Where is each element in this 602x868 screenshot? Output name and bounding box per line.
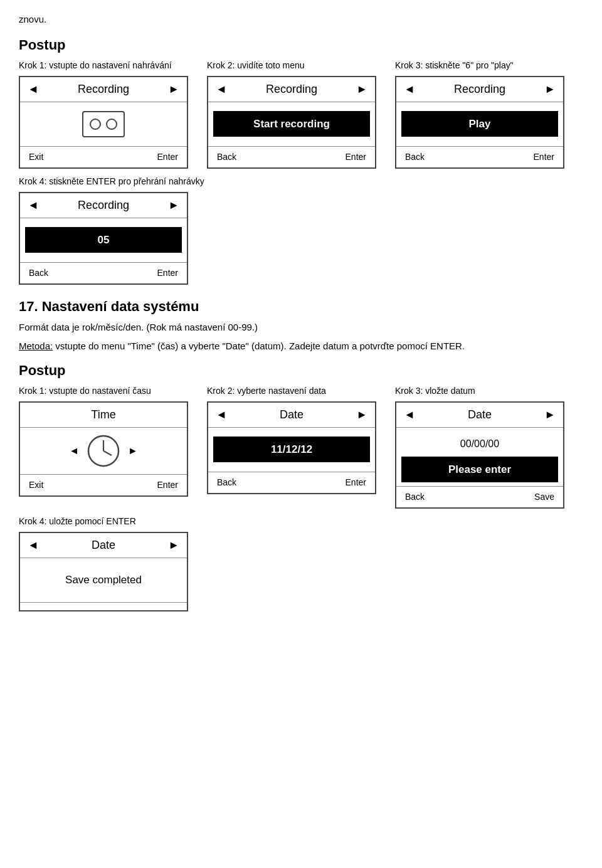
right-arrow-icon: ► <box>168 81 179 98</box>
screen-rec-start-title: Recording <box>266 81 317 98</box>
right-arrow-icon7: ► <box>168 537 179 554</box>
right-arrow-icon5: ► <box>356 406 367 423</box>
step-col-2: Krok 2: uvidíte toto menu ◄ Recording ► … <box>207 59 376 169</box>
s2-step-col-3: Krok 3: vložte datum ◄ Date ► 00/00/00 P… <box>395 384 564 509</box>
step-col-1: Krok 1: vstupte do nastavení nahrávání ◄… <box>19 59 188 169</box>
left-arrow-icon7: ◄ <box>28 537 39 554</box>
please-enter-highlight: Please enter <box>401 457 558 483</box>
step-row-3: Krok 1: vstupte do nastavení času ◄ Time… <box>19 384 583 509</box>
screen-rec-05-title: Recording <box>78 197 129 214</box>
screen-rec-start-body: Start recording <box>208 102 375 146</box>
screen-time-exit: ◄ Time ► ◄ ► Exit Enter <box>19 401 188 497</box>
screen-rec-exit: ◄ Recording ► Exit Enter <box>19 76 188 169</box>
footer-back2: Back <box>217 151 236 164</box>
clock-left-arrow: ◄ <box>69 443 79 458</box>
footer-enter3: Enter <box>534 151 554 164</box>
left-arrow-icon6: ◄ <box>404 406 415 423</box>
s2-step4-label: Krok 4: uložte pomocí ENTER <box>19 515 136 528</box>
screen-date-save-body: Save completed <box>20 558 187 602</box>
metoda-text: vstupte do menu "Time" (čas) a vyberte "… <box>53 341 465 351</box>
save-completed-text: Save completed <box>65 567 142 593</box>
date-select-highlight: 11/12/12 <box>213 437 370 463</box>
step-row-1: Krok 1: vstupte do nastavení nahrávání ◄… <box>19 59 583 169</box>
footer-back3: Back <box>405 151 425 164</box>
right-arrow-icon6: ► <box>544 406 556 423</box>
clock-right-arrow: ► <box>128 443 138 458</box>
footer-back6: Back <box>405 490 425 504</box>
footer-enter2: Enter <box>346 151 366 164</box>
screen-rec-exit-footer: Exit Enter <box>20 146 187 167</box>
screen-rec-start-header: ◄ Recording ► <box>208 77 375 102</box>
screen-time-footer: Exit Enter <box>20 474 187 495</box>
footer-exit-time: Exit <box>29 479 43 492</box>
metoda-label: Metoda: <box>19 341 53 351</box>
footer-enter-time: Enter <box>157 479 178 492</box>
screen-date-enter-body: 00/00/00 Please enter <box>396 428 563 487</box>
section2-para1: Formát data je rok/měsíc/den. (Rok má na… <box>19 320 583 335</box>
cassette-icon <box>82 110 125 138</box>
right-arrow-icon4: ► <box>168 197 179 214</box>
intro-text: znovu. <box>19 13 583 27</box>
svg-rect-0 <box>83 112 124 137</box>
screen-date-save: ◄ Date ► Save completed <box>19 532 188 611</box>
s2-step1-label: Krok 1: vstupte do nastavení času <box>19 384 151 398</box>
s2-step-col-4: Krok 4: uložte pomocí ENTER ◄ Date ► Sav… <box>19 515 188 611</box>
step1-label: Krok 1: vstupte do nastavení nahrávání <box>19 59 172 72</box>
screen-date-enter-footer: Back Save <box>396 486 563 507</box>
cassette-container <box>25 110 182 138</box>
s2-step2-label: Krok 2: vyberte nastavení data <box>207 384 326 398</box>
screen-date-save-footer <box>20 602 187 610</box>
step-row-2: Krok 4: stiskněte ENTER pro přehrání nah… <box>19 175 583 285</box>
left-arrow-icon3: ◄ <box>404 81 415 98</box>
screen-date-enter-title: Date <box>468 406 492 423</box>
footer-exit: Exit <box>29 151 43 164</box>
s2-step-col-2: Krok 2: vyberte nastavení data ◄ Date ► … <box>207 384 376 494</box>
step3-label: Krok 3: stiskněte "6" pro "play" <box>395 59 514 72</box>
screen-time-header: ◄ Time ► <box>20 403 187 428</box>
clock-icon <box>87 434 120 468</box>
screen-rec-play-body: Play <box>396 102 563 146</box>
screen-rec-05-header: ◄ Recording ► <box>20 193 187 218</box>
screen-rec-exit-title: Recording <box>78 81 129 98</box>
play-highlight: Play <box>401 111 558 137</box>
svg-line-5 <box>103 451 112 455</box>
left-arrow-icon: ◄ <box>28 81 39 98</box>
screen-date-select-header: ◄ Date ► <box>208 403 375 428</box>
screen-rec-play-title: Recording <box>454 81 505 98</box>
section2-postup: Postup <box>19 360 583 381</box>
svg-point-1 <box>90 119 100 129</box>
step2-label: Krok 2: uvidíte toto menu <box>207 59 305 72</box>
step-col-3: Krok 3: stiskněte "6" pro "play" ◄ Recor… <box>395 59 564 169</box>
right-arrow-icon2: ► <box>356 81 367 98</box>
section1-title: Postup <box>19 34 583 55</box>
footer-enter: Enter <box>157 151 178 164</box>
screen-date-enter: ◄ Date ► 00/00/00 Please enter Back Save <box>395 401 564 509</box>
screen-date-enter-header: ◄ Date ► <box>396 403 563 428</box>
screen-date-select-body: 11/12/12 <box>208 428 375 472</box>
screen-date-save-title: Date <box>92 537 115 554</box>
left-arrow-icon5: ◄ <box>216 406 227 423</box>
section2-container: 17. Nastavení data systému Formát data j… <box>19 296 583 381</box>
screen-time-title: Time <box>91 406 115 423</box>
s2-step-col-1: Krok 1: vstupte do nastavení času ◄ Time… <box>19 384 188 497</box>
right-arrow-icon3: ► <box>544 81 556 98</box>
step-col-4: Krok 4: stiskněte ENTER pro přehrání nah… <box>19 175 204 285</box>
screen-rec-play-footer: Back Enter <box>396 146 563 167</box>
screen-rec-exit-body <box>20 102 187 146</box>
left-arrow-icon2: ◄ <box>216 81 227 98</box>
step-row-4: Krok 4: uložte pomocí ENTER ◄ Date ► Sav… <box>19 515 583 611</box>
screen-rec-start-footer: Back Enter <box>208 146 375 167</box>
footer-back4: Back <box>29 267 48 280</box>
footer-back5: Back <box>217 476 236 489</box>
svg-point-2 <box>107 119 117 129</box>
05-highlight: 05 <box>25 227 182 253</box>
footer-save6: Save <box>534 490 554 504</box>
screen-time-body: ◄ ► <box>20 428 187 474</box>
screen-rec-exit-header: ◄ Recording ► <box>20 77 187 102</box>
screen-rec-05-body: 05 <box>20 218 187 262</box>
footer-enter5: Enter <box>346 476 366 489</box>
screen-rec-05: ◄ Recording ► 05 Back Enter <box>19 192 188 285</box>
screen-rec-start: ◄ Recording ► Start recording Back Enter <box>207 76 376 169</box>
s2-step3-label: Krok 3: vložte datum <box>395 384 475 398</box>
footer-enter4: Enter <box>157 267 178 280</box>
